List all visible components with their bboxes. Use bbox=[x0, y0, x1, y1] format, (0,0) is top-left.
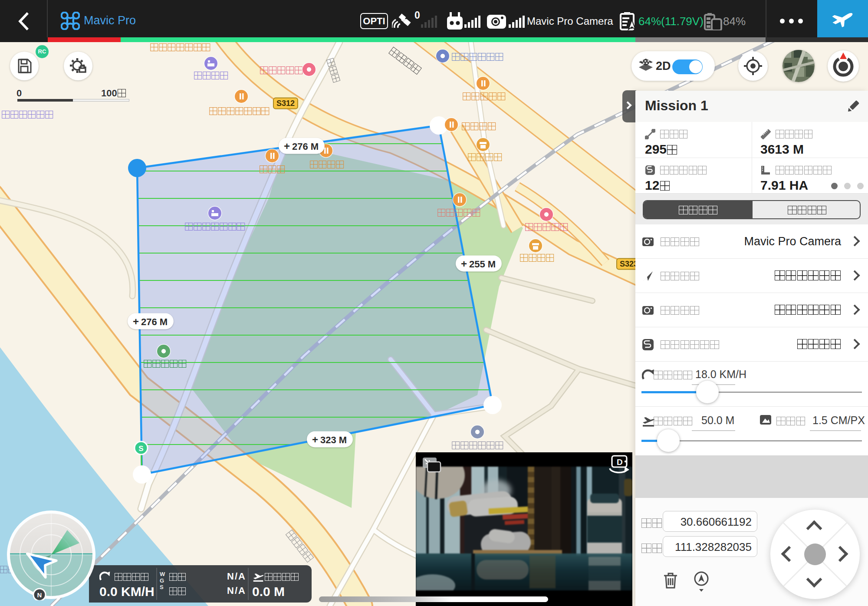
svg-text:D: D bbox=[617, 458, 623, 467]
svg-text:S: S bbox=[138, 445, 143, 453]
svg-text:N: N bbox=[37, 591, 42, 599]
